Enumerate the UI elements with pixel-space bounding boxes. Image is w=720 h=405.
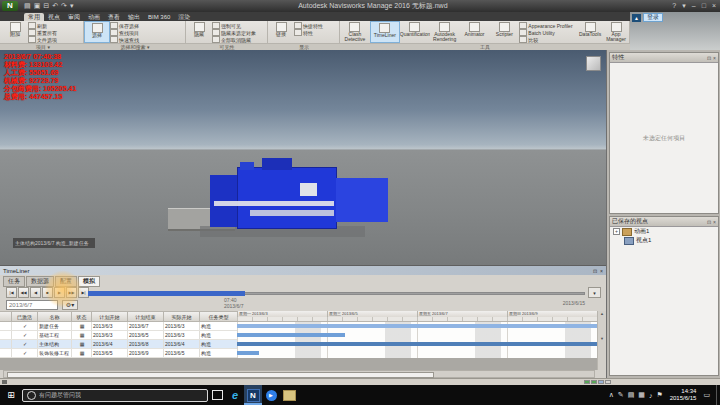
play-button[interactable]: ▶ — [54, 287, 65, 298]
close-icon[interactable]: × — [713, 55, 716, 61]
viewcube[interactable] — [586, 56, 601, 71]
append-button[interactable]: 附加 — [2, 21, 28, 43]
viewport-3d[interactable]: 2013/6/7 07:40:38 材料费: 133103.42 人工费: 55… — [0, 50, 606, 265]
viewpoint-item-animation[interactable]: + 动画1 — [610, 227, 718, 236]
flag-icon[interactable]: ⚑ — [656, 391, 662, 399]
media-player-taskbar-icon[interactable]: ▶ — [262, 385, 280, 405]
task-view-button[interactable] — [208, 385, 226, 405]
tray-grid-icon[interactable]: ▦ — [638, 391, 645, 399]
tab-viewpoint[interactable]: 视点 — [44, 13, 64, 21]
column-header-active[interactable]: 已激活 — [12, 312, 38, 321]
taskbar-clock[interactable]: 14:34 2015/6/15 — [670, 388, 697, 402]
column-header-actual-start[interactable]: 实际开始 — [164, 312, 200, 321]
help-icon[interactable]: ? — [672, 2, 676, 10]
task-row[interactable]: ✓ 装饰装修工程 ▦ 2013/6/5 2013/6/9 2013/6/5 构造 — [0, 349, 237, 358]
gantt-chart[interactable] — [237, 322, 597, 358]
clash-detective-button[interactable]: Clash Detective — [340, 21, 370, 43]
expand-icon[interactable]: + — [613, 228, 620, 235]
unhide-all-button[interactable]: 全部取消隐藏 — [212, 36, 266, 43]
quantification-button[interactable]: Quantification — [400, 21, 430, 43]
simulation-settings-button[interactable]: ⚙▾ — [62, 300, 78, 310]
timeliner-titlebar[interactable]: TimeLiner ⊡ × — [0, 266, 606, 275]
tray-window-icon[interactable]: ▤ — [628, 391, 635, 399]
tab-view[interactable]: 查看 — [104, 13, 124, 21]
gantt-bar[interactable] — [237, 351, 259, 355]
cortana-search-box[interactable]: 有问题尽管问我 — [22, 389, 208, 402]
timeliner-button[interactable]: TimeLiner — [370, 21, 400, 43]
explorer-taskbar-icon[interactable] — [280, 385, 298, 405]
simulation-slider-progress[interactable] — [88, 291, 245, 296]
column-header-planned-end[interactable]: 计划结束 — [128, 312, 164, 321]
viewpoint-item-view[interactable]: 视点1 — [610, 236, 718, 245]
refresh-button[interactable]: 刷新 — [28, 22, 82, 29]
tab-bim360[interactable]: BIM 360 — [144, 13, 174, 21]
column-header-name[interactable]: 名称 — [38, 312, 72, 321]
navisworks-taskbar-icon[interactable]: N — [244, 385, 262, 405]
tab-home[interactable]: 常用 — [24, 13, 44, 21]
links-button[interactable]: 链接 — [268, 21, 294, 43]
pin-icon[interactable]: ⊡ — [593, 268, 597, 274]
tab-render[interactable]: 渲染 — [174, 13, 194, 21]
edge-taskbar-icon[interactable]: e — [226, 385, 244, 405]
show-desktop-button[interactable] — [716, 385, 720, 405]
select-button[interactable]: 选择 — [84, 21, 110, 43]
undo-icon[interactable]: ↶ — [52, 2, 58, 10]
task-row[interactable]: ✓ 新建任务 ▦ 2013/6/3 2013/6/7 2013/6/3 构造 — [0, 322, 237, 331]
gantt-bar[interactable] — [237, 342, 597, 346]
infocenter-dropdown-icon[interactable]: ▾ — [682, 2, 686, 10]
saved-viewpoints-titlebar[interactable]: 已保存的视点 ⊡ × — [610, 217, 718, 227]
autodesk-rendering-button[interactable]: Autodesk Rendering — [430, 21, 460, 43]
simulation-date-field[interactable]: 2013/6/7 — [6, 300, 58, 310]
tab-review[interactable]: 审阅 — [64, 13, 84, 21]
datatools-button[interactable]: DataTools — [577, 21, 603, 43]
pin-icon[interactable]: ⊡ — [707, 55, 711, 61]
gantt-bar[interactable] — [237, 333, 345, 337]
hide-button[interactable]: 隐藏 — [186, 21, 212, 43]
open-icon[interactable]: ▤ — [24, 2, 31, 10]
stop-button[interactable]: ■ — [42, 287, 53, 298]
tab-simulate[interactable]: 模拟 — [78, 276, 100, 287]
redo-icon[interactable]: ↷ — [61, 2, 67, 10]
vertical-scrollbar[interactable]: ▲▼ — [597, 311, 606, 370]
quick-properties-button[interactable]: 快捷特性 — [294, 22, 338, 29]
properties-button[interactable]: 特性 — [294, 29, 338, 36]
tab-configure[interactable]: 配置 — [55, 276, 77, 287]
animator-button[interactable]: Animator — [460, 21, 490, 43]
gantt-bar[interactable] — [237, 324, 597, 328]
maximize-button[interactable]: □ — [702, 2, 706, 10]
play-backwards-button[interactable]: ◀ — [30, 287, 41, 298]
save-icon[interactable]: ▣ — [34, 2, 41, 10]
slider-dropdown-button[interactable]: ▾ — [588, 287, 601, 298]
task-row[interactable]: ✓ 基础工程 ▦ 2013/6/3 2013/6/5 2013/6/3 构造 — [0, 331, 237, 340]
reset-all-button[interactable]: 重置所有 — [28, 29, 82, 36]
tab-data-sources[interactable]: 数据源 — [26, 276, 54, 287]
task-row[interactable]: ✓ 主体结构 ▦ 2013/6/4 2013/6/8 2013/6/4 构造 — [0, 340, 237, 349]
print-icon[interactable]: ⊟ — [43, 2, 49, 10]
rewind-button[interactable]: |◀ — [6, 287, 17, 298]
appearance-profiler-button[interactable]: Appearance Profiler — [519, 22, 577, 29]
hide-unselected-button[interactable]: 隐藏未选定对象 — [212, 29, 266, 36]
tab-tasks[interactable]: 任务 — [3, 276, 25, 287]
batch-utility-button[interactable]: Batch Utility — [519, 29, 577, 36]
step-back-button[interactable]: ◀◀ — [18, 287, 29, 298]
step-forward-button[interactable]: ▶▶ — [66, 287, 77, 298]
pen-icon[interactable]: ✎ — [618, 391, 624, 399]
horizontal-scrollbar[interactable] — [3, 370, 595, 378]
sign-in-badge[interactable]: ▲ 登录 — [632, 13, 663, 22]
find-items-button[interactable]: 查找项目 — [110, 29, 184, 36]
properties-panel-titlebar[interactable]: 特性 ⊡ × — [610, 53, 718, 63]
close-icon[interactable]: × — [713, 219, 716, 225]
app-manager-button[interactable]: App Manager — [603, 21, 629, 43]
close-button[interactable]: × — [712, 2, 716, 10]
compare-button[interactable]: 比较 — [519, 36, 577, 43]
volume-icon[interactable]: ♪ — [649, 392, 653, 399]
require-button[interactable]: 强制可见 — [212, 22, 266, 29]
save-selection-button[interactable]: 保存选择 — [110, 22, 184, 29]
column-header-task-type[interactable]: 任务类型 — [200, 312, 237, 321]
column-header-status[interactable]: 状态 — [72, 312, 92, 321]
column-header[interactable] — [0, 312, 12, 321]
action-center-icon[interactable]: ▭ — [703, 391, 710, 399]
start-button[interactable]: ⊞ — [0, 385, 22, 405]
scripter-button[interactable]: Scripter — [489, 21, 519, 43]
close-icon[interactable]: × — [600, 268, 603, 274]
